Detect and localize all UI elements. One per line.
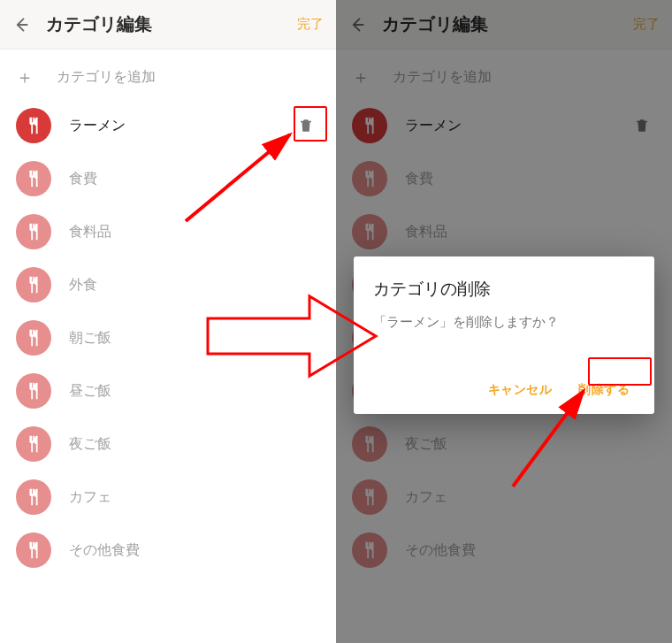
category-label: 食料品 — [69, 223, 320, 241]
category-label: 食費 — [69, 170, 320, 188]
fork-knife-icon — [16, 214, 51, 249]
category-row[interactable]: 食費 — [0, 152, 336, 205]
fork-knife-icon — [16, 267, 51, 302]
category-label: 外食 — [69, 276, 320, 295]
category-row[interactable]: 朝ご飯 — [0, 311, 336, 364]
screen-right: カテゴリ編集 完了 ＋ カテゴリを追加 ラーメン食費食料品外食朝ご飯昼ご飯夜ご飯… — [336, 0, 672, 643]
category-row[interactable]: 外食 — [0, 258, 336, 311]
fork-knife-icon — [16, 479, 51, 515]
add-category-row[interactable]: ＋ カテゴリを追加 — [0, 55, 336, 99]
category-label: カフェ — [69, 488, 320, 507]
fork-knife-icon — [16, 161, 51, 196]
category-label: ラーメン — [69, 117, 292, 135]
cancel-button[interactable]: キャンセル — [483, 375, 558, 405]
add-category-label: カテゴリを追加 — [57, 68, 156, 87]
trash-icon[interactable] — [292, 111, 320, 140]
dialog-title: カテゴリの削除 — [373, 278, 635, 301]
category-list: ラーメン食費食料品外食朝ご飯昼ご飯夜ご飯カフェその他食費 — [0, 99, 336, 577]
category-row[interactable]: ラーメン — [0, 99, 336, 152]
category-label: 昼ご飯 — [69, 382, 320, 401]
category-row[interactable]: その他食費 — [0, 524, 336, 577]
done-button[interactable]: 完了 — [297, 16, 324, 33]
delete-dialog: カテゴリの削除 「ラーメン」を削除しますか？ キャンセル 削除する — [354, 256, 654, 414]
category-row[interactable]: 昼ご飯 — [0, 364, 336, 417]
category-label: その他食費 — [69, 541, 320, 560]
plus-icon: ＋ — [16, 65, 34, 89]
page-title: カテゴリ編集 — [46, 12, 297, 36]
category-row[interactable]: カフェ — [0, 471, 336, 524]
dialog-actions: キャンセル 削除する — [373, 375, 635, 405]
category-label: 夜ご飯 — [69, 435, 320, 454]
category-label: 朝ご飯 — [69, 329, 320, 348]
category-row[interactable]: 夜ご飯 — [0, 417, 336, 471]
category-row[interactable]: 食料品 — [0, 205, 336, 258]
fork-knife-icon — [16, 532, 51, 568]
back-icon[interactable] — [12, 16, 30, 34]
header: カテゴリ編集 完了 — [0, 0, 336, 50]
confirm-delete-button[interactable]: 削除する — [573, 375, 635, 405]
fork-knife-icon — [16, 320, 51, 356]
fork-knife-icon — [16, 373, 51, 409]
screen-left: カテゴリ編集 完了 ＋ カテゴリを追加 ラーメン食費食料品外食朝ご飯昼ご飯夜ご飯… — [0, 0, 336, 643]
dialog-message: 「ラーメン」を削除しますか？ — [373, 311, 635, 333]
fork-knife-icon — [16, 108, 51, 143]
fork-knife-icon — [16, 426, 51, 462]
